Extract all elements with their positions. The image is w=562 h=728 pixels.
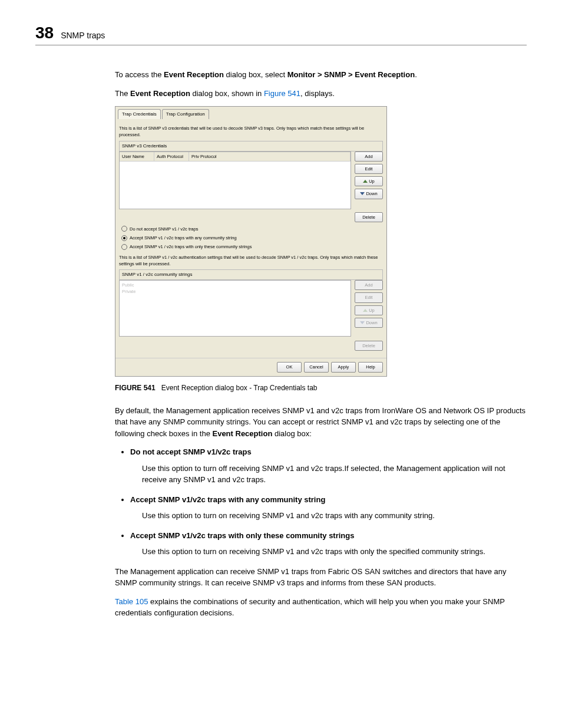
- v12-description: This is a list of SNMP v1 / v2c authenti…: [119, 254, 383, 268]
- triangle-down-icon: [360, 192, 365, 195]
- text: explains the combinations of security an…: [115, 597, 505, 618]
- apply-button[interactable]: Apply: [331, 362, 356, 372]
- v12-button-column: Add Edit Up Down Delete: [355, 280, 383, 351]
- content-area: To access the Event Reception dialog box…: [115, 69, 527, 619]
- body-paragraph: Table 105 explains the combinations of s…: [115, 596, 527, 619]
- list-item: Public: [122, 282, 348, 288]
- up-button[interactable]: Up: [355, 176, 383, 186]
- col-priv-protocol: Priv Protocol: [189, 152, 351, 161]
- option-text: Use this option to turn on receiving SNM…: [142, 510, 527, 522]
- radio-accept-any[interactable]: Accept SNMP v1 / v2c traps with any comm…: [121, 235, 383, 241]
- page-number: 38: [35, 24, 54, 42]
- v3-section-label: SNMP v3 Credentials: [119, 141, 383, 151]
- text: dialog box, shown in: [190, 89, 264, 98]
- intro-paragraph-2: The Event Reception dialog box, shown in…: [115, 88, 527, 100]
- community-strings-list[interactable]: Public Private: [119, 280, 351, 337]
- v3-table-wrap: User Name Auth Protocol Priv Protocol Ad…: [119, 151, 383, 222]
- down-button: Down: [355, 318, 383, 328]
- add-button: Add: [355, 280, 383, 290]
- text: The: [115, 89, 130, 98]
- cancel-button[interactable]: Cancel: [304, 362, 329, 372]
- radio-icon: [121, 244, 127, 250]
- text: To access the: [115, 70, 164, 79]
- option-text: Use this option to turn on receiving SNM…: [142, 546, 527, 558]
- v12-table-wrap: Public Private Add Edit Up Down Delete: [119, 280, 383, 351]
- radio-label: Do not accept SNMP v1 / v2c traps: [130, 226, 199, 232]
- delete-button[interactable]: Delete: [355, 212, 383, 222]
- up-button: Up: [355, 305, 383, 315]
- trap-accept-radios: Do not accept SNMP v1 / v2c traps Accept…: [119, 226, 383, 251]
- table-link[interactable]: Table 105: [115, 597, 148, 606]
- options-list: Do not accept SNMP v1/v2c traps Use this…: [115, 446, 527, 558]
- option-text: Use this option to turn off receiving SN…: [142, 463, 527, 486]
- radio-icon: [121, 235, 127, 241]
- add-button[interactable]: Add: [355, 151, 383, 162]
- list-item: Accept SNMP v1/v2c traps with any commun…: [130, 494, 527, 522]
- bold-text: Event Reception: [212, 429, 272, 438]
- figure-caption-text: Event Reception dialog box - Trap Creden…: [161, 384, 318, 392]
- btn-label: Up: [369, 307, 375, 314]
- figure-caption: FIGURE 541 Event Reception dialog box - …: [115, 383, 527, 393]
- dialog-tabs: Trap Credentials Trap Configuration: [115, 107, 386, 119]
- edit-button[interactable]: Edit: [355, 164, 383, 174]
- col-auth-protocol: Auth Protocol: [154, 152, 189, 161]
- body-paragraph: The Management application can receive S…: [115, 566, 527, 589]
- triangle-down-icon: [360, 321, 365, 324]
- text: dialog box, select: [224, 70, 287, 79]
- intro-paragraph-1: To access the Event Reception dialog box…: [115, 69, 527, 81]
- bold-text: Event Reception: [130, 89, 190, 98]
- list-item: Do not accept SNMP v1/v2c traps Use this…: [130, 446, 527, 486]
- event-reception-dialog: Trap Credentials Trap Configuration This…: [115, 106, 387, 377]
- figure-link[interactable]: Figure 541: [264, 89, 300, 98]
- list-item: Accept SNMP v1/v2c traps with only these…: [130, 530, 527, 558]
- option-title: Accept SNMP v1/v2c traps with only these…: [130, 531, 354, 540]
- radio-accept-only[interactable]: Accept SNMP v1 / v2c traps with only the…: [121, 243, 383, 250]
- tab-trap-credentials[interactable]: Trap Credentials: [118, 109, 161, 119]
- v12-section-label: SNMP v1 / v2c community strings: [119, 269, 383, 280]
- tab-trap-configuration[interactable]: Trap Configuration: [162, 109, 209, 119]
- bold-text: Event Reception: [164, 70, 224, 79]
- list-item: Private: [122, 288, 348, 295]
- radio-label: Accept SNMP v1 / v2c traps with only the…: [130, 243, 252, 250]
- text: By default, the Management application r…: [115, 406, 525, 438]
- help-button[interactable]: Help: [358, 362, 383, 372]
- col-user-name: User Name: [120, 152, 154, 161]
- option-title: Do not accept SNMP v1/v2c traps: [130, 447, 252, 456]
- text: , displays.: [300, 89, 335, 98]
- delete-button: Delete: [355, 341, 383, 351]
- triangle-up-icon: [363, 309, 368, 312]
- radio-do-not-accept[interactable]: Do not accept SNMP v1 / v2c traps: [121, 226, 383, 232]
- edit-button: Edit: [355, 292, 383, 302]
- btn-label: Up: [369, 178, 375, 185]
- btn-label: Down: [366, 319, 377, 326]
- radio-icon: [121, 226, 127, 232]
- text: .: [415, 70, 417, 79]
- body-paragraph: By default, the Management application r…: [115, 405, 527, 440]
- down-button[interactable]: Down: [355, 189, 383, 199]
- v3-button-column: Add Edit Up Down Delete: [355, 151, 383, 222]
- page-header-title: SNMP traps: [61, 31, 105, 40]
- text: dialog box:: [272, 429, 312, 438]
- btn-label: Down: [366, 190, 377, 197]
- bold-text: Monitor > SNMP > Event Reception: [287, 70, 415, 79]
- v3-description: This is a list of SNMP v3 credentials th…: [119, 125, 383, 139]
- v3-credentials-table[interactable]: User Name Auth Protocol Priv Protocol: [119, 151, 351, 209]
- ok-button[interactable]: OK: [277, 362, 302, 372]
- radio-label: Accept SNMP v1 / v2c traps with any comm…: [130, 235, 237, 241]
- dialog-footer: OK Cancel Apply Help: [115, 358, 386, 375]
- page-header: 38 SNMP traps: [35, 24, 527, 45]
- figure-label: FIGURE 541: [115, 384, 156, 392]
- triangle-up-icon: [363, 180, 368, 183]
- option-title: Accept SNMP v1/v2c traps with any commun…: [130, 495, 325, 504]
- table-header: User Name Auth Protocol Priv Protocol: [120, 152, 351, 162]
- dialog-body: This is a list of SNMP v3 credentials th…: [115, 119, 386, 358]
